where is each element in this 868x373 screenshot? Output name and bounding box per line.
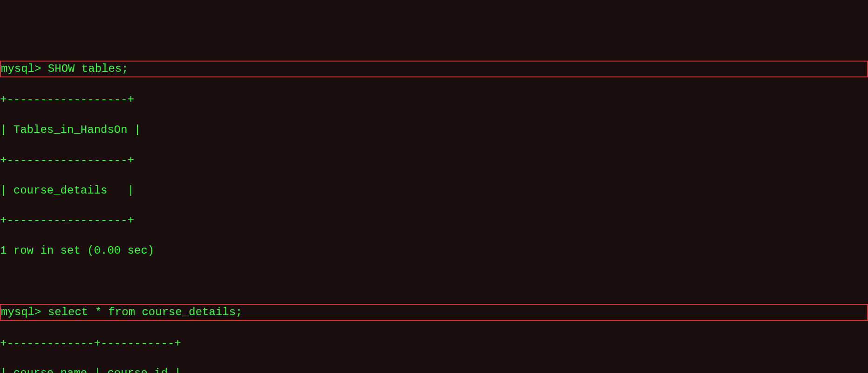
table-border: +------------------+ (0, 153, 868, 168)
table-header: | Tables_in_HandsOn | (0, 123, 868, 138)
table-border: +------------------+ (0, 92, 868, 107)
mysql-command-line-2[interactable]: mysql> select * from course_details; (0, 304, 868, 321)
result-summary: 1 row in set (0.00 sec) (0, 243, 868, 258)
mysql-prompt: mysql> (1, 306, 41, 318)
mysql-prompt: mysql> (1, 62, 41, 75)
blank-line (0, 274, 868, 289)
table-border: +------------------+ (0, 213, 868, 228)
mysql-command-line-1[interactable]: mysql> SHOW tables; (0, 61, 868, 77)
table-border: +-------------+-----------+ (0, 336, 868, 351)
table-row: | course_details | (0, 183, 868, 198)
query-select-course-details: select * from course_details; (48, 306, 243, 318)
query-show-tables: SHOW tables; (48, 62, 129, 75)
table-header: | course_name | course_id | (0, 366, 868, 373)
